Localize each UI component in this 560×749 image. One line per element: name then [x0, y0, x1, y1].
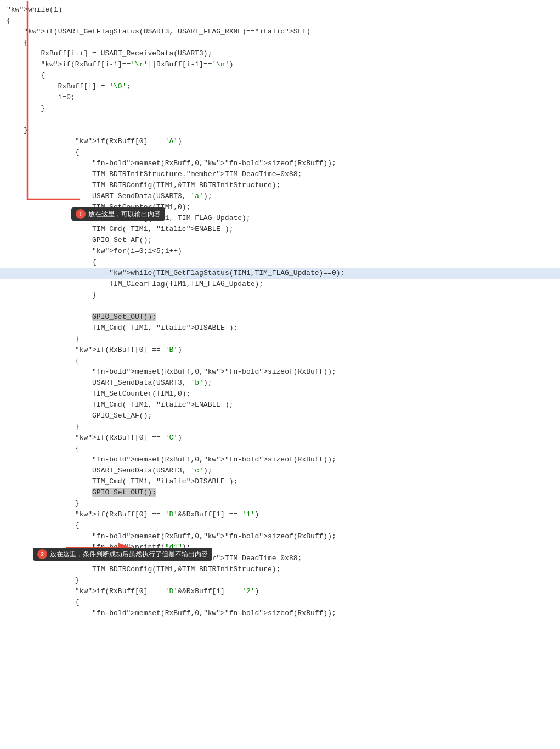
code-line: "fn-bold">memset(RxBuff,0,"kw">"fn-bold"… [0, 531, 560, 542]
code-line: TIM_Cmd( TIM1, "italic">DISABLE ); [0, 476, 560, 487]
highlighted-code: GPIO_Set_OUT(); [92, 313, 156, 321]
code-line: GPIO_Set_OUT(); [0, 487, 560, 498]
code-line: } [0, 125, 560, 136]
code-line: "kw">if(RxBuff[0] == 'D'&&RxBuff[1] == '… [0, 586, 560, 597]
code-line: "fn-bold">memset(RxBuff,0,"kw">"fn-bold"… [0, 454, 560, 465]
code-line [0, 114, 560, 125]
code-line: "kw">if(RxBuff[0] == 'A') [0, 136, 560, 147]
code-container: "kw">while(1){ "kw">if(USART_GetFlagStat… [0, 0, 560, 623]
code-line: RxBuff[i] = '\0'; [0, 81, 560, 92]
code-line: } [0, 575, 560, 586]
code-line: "kw">while(TIM_GetFlagStatus(TIM1,TIM_FL… [0, 268, 560, 279]
code-line: RxBuff[i++] = USART_ReceiveData(USART3); [0, 48, 560, 59]
code-line: { [0, 70, 560, 81]
annotation-text-1: 放在这里，可以输出内容 [88, 209, 161, 219]
code-line: USART_SendData(USART3, 'b'); [0, 378, 560, 388]
code-line: "kw">if(RxBuff[0] == 'D'&&RxBuff[1] == '… [0, 509, 560, 520]
highlighted-code: GPIO_Set_OUT(); [92, 488, 156, 497]
code-line: } [0, 290, 560, 301]
code-line: "kw">for(i=0;i<5;i++) [0, 246, 560, 257]
code-line: "fn-bold">memset(RxBuff,0,"kw">"fn-bold"… [0, 367, 560, 378]
code-line: } [0, 421, 560, 432]
badge-number-2: 2 [37, 549, 47, 559]
code-line: { [0, 257, 560, 268]
annotation-text-2: 放在这里，条件判断成功后虽然执行了但是不输出内容 [50, 549, 208, 559]
code-line: i=0; [0, 92, 560, 103]
code-line: "fn-bold">memset(RxBuff,0,"kw">"fn-bold"… [0, 158, 560, 169]
code-line: GPIO_Set_AF(); [0, 235, 560, 246]
code-line: "kw">if(RxBuff[0] == 'B') [0, 345, 560, 356]
code-line: GPIO_Set_OUT(); [0, 312, 560, 323]
code-line: } [0, 103, 560, 114]
code-line: { [0, 520, 560, 531]
code-line [0, 301, 560, 312]
code-line: USART_SendData(USART3, 'a'); [0, 191, 560, 202]
annotation-tooltip-1: 1放在这里，可以输出内容 [71, 207, 165, 221]
code-line: { [0, 147, 560, 158]
code-line: TIM_Cmd( TIM1, "italic">ENABLE ); [0, 224, 560, 235]
code-line: TIM_BDTRInitStructure."member">TIM_DeadT… [0, 169, 560, 180]
code-line: GPIO_Set_AF(); [0, 410, 560, 421]
code-line: TIM_Cmd( TIM1, "italic">DISABLE ); [0, 323, 560, 334]
code-line: "kw">while(1) [0, 4, 560, 15]
annotation-tooltip-2: 2放在这里，条件判断成功后虽然执行了但是不输出内容 [33, 548, 212, 561]
code-line: TIM_Cmd( TIM1, "italic">ENABLE ); [0, 399, 560, 410]
code-lines: "kw">while(1){ "kw">if(USART_GetFlagStat… [0, 4, 560, 619]
code-line: TIM_SetCounter(TIM1,0); [0, 388, 560, 399]
code-line: { [0, 443, 560, 454]
code-line: { [0, 597, 560, 608]
code-line: { [0, 356, 560, 367]
code-line: "kw">if(RxBuff[i-1]=='\r'||RxBuff[i-1]==… [0, 59, 560, 70]
code-line: } [0, 498, 560, 509]
code-line: TIM_BDTRConfig(TIM1,&TIM_BDTRInitStructu… [0, 564, 560, 575]
badge-number-1: 1 [76, 209, 86, 219]
code-line: "kw">if(USART_GetFlagStatus(USART3, USAR… [0, 26, 560, 37]
code-line: { [0, 37, 560, 48]
code-line: TIM_ClearFlag(TIM1,TIM_FLAG_Update); [0, 279, 560, 290]
code-line: { [0, 15, 560, 26]
code-line: } [0, 334, 560, 345]
code-line: "kw">if(RxBuff[0] == 'C') [0, 432, 560, 443]
code-line: TIM_BDTRConfig(TIM1,&TIM_BDTRInitStructu… [0, 180, 560, 191]
code-line: USART_SendData(USART3, 'c'); [0, 465, 560, 476]
code-line: "fn-bold">memset(RxBuff,0,"kw">"fn-bold"… [0, 608, 560, 619]
